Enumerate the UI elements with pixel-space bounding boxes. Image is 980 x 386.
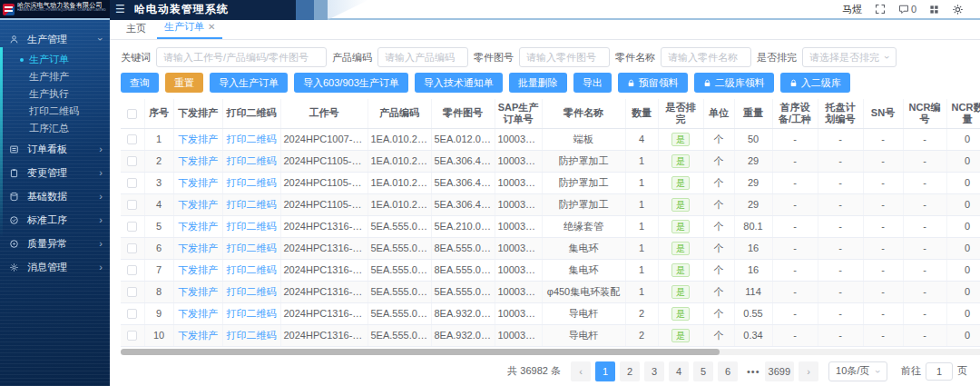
print-qrcode-link[interactable]: 打印二维码 [227, 155, 277, 166]
row-checkbox[interactable] [127, 265, 137, 275]
ncr-no-cell: - [903, 172, 946, 193]
dispatch-link[interactable]: 下发排产 [178, 134, 218, 144]
column-header: 打印二维码 [222, 99, 280, 128]
row-checkbox[interactable] [127, 134, 137, 144]
dispatch-link[interactable]: 下发排产 [178, 199, 218, 210]
二级库领料-button[interactable]: 二级库领料 [694, 73, 774, 93]
horizontal-scrollbar-thumb[interactable] [121, 349, 720, 355]
page-button[interactable]: 2 [620, 361, 640, 381]
预留领料-button[interactable]: 预留领料 [618, 73, 688, 93]
fullscreen-icon[interactable] [875, 4, 886, 15]
product-code-cell: 5EA.555.0312 [368, 237, 431, 259]
sidebar-group[interactable]: 生产管理 › [0, 27, 110, 51]
dispatch-link[interactable]: 下发排产 [178, 330, 218, 341]
table-row: 7 下发排产 打印二维码 2024HPC1316-1833-2 5EA.555.… [121, 259, 980, 281]
sn-cell: - [863, 281, 903, 302]
print-qrcode-link[interactable]: 打印二维码 [227, 134, 277, 144]
filter-input[interactable] [661, 47, 751, 67]
product-code-cell: 1EA.010.2091 [368, 150, 431, 172]
apps-grid-icon[interactable] [929, 5, 939, 15]
close-tab-icon[interactable]: ✕ [208, 22, 215, 32]
page-button[interactable]: 6 [718, 361, 738, 381]
last-page-button[interactable]: 3699 [765, 361, 794, 381]
collapse-menu-icon[interactable]: ☰ [115, 0, 125, 19]
sidebar-item[interactable]: 打印二维码 [0, 103, 110, 120]
sidebar-group[interactable]: 标准工序 › [0, 208, 110, 232]
row-checkbox[interactable] [127, 309, 137, 319]
button-label: 导入技术通知单 [424, 76, 494, 90]
sidebar-group-label: 变更管理 [27, 166, 67, 180]
print-qrcode-link[interactable]: 打印二维码 [227, 264, 277, 275]
dispatch-link[interactable]: 下发排产 [178, 221, 218, 232]
重置-button[interactable]: 重置 [165, 73, 203, 93]
sidebar-group[interactable]: 消息管理 › [0, 255, 110, 279]
导入技术通知单-button[interactable]: 导入技术通知单 [415, 73, 503, 93]
导入生产订单-button[interactable]: 导入生产订单 [210, 73, 288, 93]
print-qrcode-link[interactable]: 打印二维码 [227, 308, 277, 319]
sidebar-group[interactable]: 订单看板 › [0, 137, 110, 161]
select-placeholder: 请选择是否排完 [809, 51, 879, 64]
导入603/903生产订单-button[interactable]: 导入603/903生产订单 [294, 73, 408, 93]
settings-gear-icon[interactable] [952, 4, 964, 15]
sn-cell: - [863, 302, 903, 324]
page-button[interactable]: 1 [595, 361, 615, 381]
print-qrcode-link[interactable]: 打印二维码 [227, 199, 277, 210]
dispatch-link[interactable]: 下发排产 [178, 242, 218, 253]
part-no-cell: 5EA.012.0179 [431, 128, 495, 150]
page-button[interactable]: 5 [693, 361, 713, 381]
more-pages-button[interactable]: ••• [747, 366, 760, 377]
print-qrcode-link[interactable]: 打印二维码 [227, 242, 277, 253]
导出-button[interactable]: 导出 [573, 73, 612, 93]
row-checkbox[interactable] [127, 200, 137, 210]
goto-page-input[interactable] [926, 362, 953, 381]
row-checkbox[interactable] [127, 331, 137, 341]
next-page-button[interactable]: › [799, 361, 818, 381]
tab[interactable]: 生产订单 ✕ [157, 18, 222, 39]
ncr-no-cell: - [903, 237, 946, 259]
page-button[interactable]: 3 [644, 361, 664, 381]
unit-cell: 个 [703, 150, 734, 172]
row-checkbox[interactable] [127, 156, 137, 166]
username[interactable]: 马煜 [842, 3, 862, 16]
goto-label: 前往 [901, 364, 921, 378]
print-qrcode-link[interactable]: 打印二维码 [227, 177, 277, 188]
page-size-select[interactable]: 10条/页 › [828, 361, 887, 381]
dispatch-link[interactable]: 下发排产 [178, 308, 218, 319]
page-button[interactable]: 4 [669, 361, 689, 381]
sidebar-item[interactable]: 生产排产 [0, 68, 110, 85]
notification-icon[interactable]: 0 [898, 4, 916, 15]
dispatch-link[interactable]: 下发排产 [178, 155, 218, 166]
dispatch-link[interactable]: 下发排产 [178, 286, 218, 297]
print-qrcode-link[interactable]: 打印二维码 [227, 330, 277, 341]
row-checkbox[interactable] [127, 287, 137, 297]
dispatch-link[interactable]: 下发排产 [178, 177, 218, 188]
print-qrcode-link[interactable]: 打印二维码 [227, 286, 277, 297]
select-all-checkbox[interactable] [127, 109, 137, 119]
row-checkbox[interactable] [127, 178, 137, 188]
入二级库-button[interactable]: 入二级库 [780, 73, 850, 93]
dispatch-link[interactable]: 下发排产 [178, 264, 218, 275]
sn-cell: - [863, 150, 903, 172]
sidebar-group[interactable]: 质量异常 › [0, 232, 110, 255]
row-checkbox[interactable] [127, 243, 137, 253]
sidebar-item[interactable]: 生产执行 [0, 85, 110, 103]
filter-input[interactable] [377, 47, 468, 67]
批量删除-button[interactable]: 批量删除 [509, 73, 567, 93]
schedule-status-select[interactable]: 请选择是否排完 › [802, 47, 897, 67]
sidebar-group[interactable]: 变更管理 › [0, 161, 110, 184]
prev-page-button[interactable]: ‹ [571, 361, 591, 381]
sidebar-item[interactable]: 工序汇总 [0, 120, 110, 137]
column-header: 单位 [703, 99, 734, 128]
filter-input[interactable] [156, 47, 327, 67]
print-qrcode-link[interactable]: 打印二维码 [227, 221, 277, 232]
pagination: 共 36982 条 ‹ 123456 ••• 3699 › 10条/页 › 前往… [110, 355, 980, 381]
sidebar-group[interactable]: 基础数据 › [0, 184, 110, 208]
sap-order-cell: 10003317840 [495, 150, 542, 172]
row-checkbox[interactable] [127, 222, 137, 232]
tab[interactable]: 主页 [119, 20, 153, 39]
sidebar-item[interactable]: 生产订单 [0, 51, 110, 68]
filter-input[interactable] [519, 47, 610, 67]
查询-button[interactable]: 查询 [121, 73, 159, 93]
weight-cell: 29 [734, 172, 772, 193]
select-all-header [121, 99, 144, 128]
